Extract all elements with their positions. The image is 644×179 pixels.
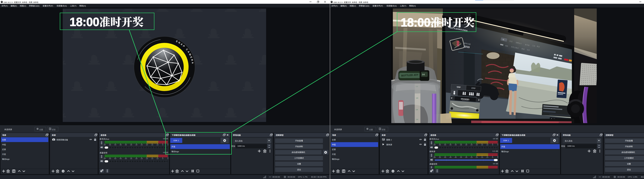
svg-text:FPP: FPP (472, 87, 476, 90)
svg-text:04: 04 (422, 73, 425, 76)
svg-text:U4: U4 (416, 97, 418, 99)
svg-text:U4: U4 (416, 109, 418, 110)
svg-text:TPP: TPP (456, 86, 461, 88)
svg-text:U4: U4 (416, 118, 418, 120)
